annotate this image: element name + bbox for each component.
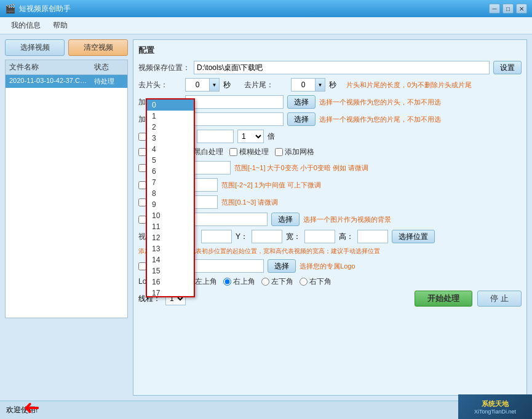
file-name-cell: 2020-11-03-10-42-37.CUT.00′... [6,75,90,88]
dropdown-item-11[interactable]: 11 [147,221,194,232]
logo-bottomright-text: 右下角 [309,276,332,287]
saturation-hint: 范围[0.1~3] 请微调 [221,198,278,207]
save-path-input[interactable] [194,61,490,74]
title-bar: 🎬 短视频原创助手 ─ □ ✕ [0,0,532,17]
file-list: 文件名称 状态 2020-11-03-10-42-37.CUT.00′... 待… [5,60,128,318]
dropdown-item-5[interactable]: 5 [147,155,194,166]
addgrid-checkbox[interactable] [275,148,283,156]
addbg-button[interactable]: 选择 [271,213,300,226]
menu-help[interactable]: 帮助 [47,18,74,33]
add-tail-button[interactable]: 选择 [287,112,316,126]
dropdown-item-12[interactable]: 12 [147,232,194,243]
y-label: Y： [236,232,248,242]
video-pos-x[interactable] [201,230,232,243]
cut-tail-label: 去片尾： [244,80,287,90]
window-controls: ─ □ ✕ [489,4,527,14]
add-head-button[interactable]: 选择 [287,95,316,109]
checkbox-row-1: 左右翻转 黑白处理 模糊处理 添加网格 [138,147,522,157]
add-head-hint: 选择一个视频作为您的片头，不加不用选 [319,98,441,107]
add-tail-row: 加片尾： 选择 选择一个视频作为您的片尾，不加不用选 [138,112,522,126]
logo-topleft-text: 左上角 [195,276,217,287]
file-status-cell: 待处理 [90,75,127,88]
dropdown-item-10[interactable]: 10 [147,210,194,221]
cut-head-label: 去片头： [138,80,181,90]
dropdown-item-13[interactable]: 13 [147,243,194,254]
bottom-bar: 欢迎使用! 系统天地 XiTongTianDi.net [0,401,532,419]
file-list-row[interactable]: 2020-11-03-10-42-37.CUT.00′... 待处理 [6,75,127,88]
video-pos-width[interactable] [304,230,335,243]
logo-topright-label[interactable]: 右上角 [223,276,255,287]
video-pos-y[interactable] [252,230,282,243]
col-status-header: 状态 [90,60,127,74]
dropdown-item-8[interactable]: 8 [147,188,194,199]
dropdown-item-17[interactable]: 17 [147,288,194,296]
menu-myinfo[interactable]: 我的信息 [5,18,47,33]
speed-select[interactable]: 11.52 [237,130,264,143]
cut-tail-input[interactable] [291,78,316,92]
video-pos-hint-row: 添加了背景：X和Y代表初步位置的起始位置，宽和高代表视频的宽高；建议手动选择位置 [138,247,522,256]
dropdown-item-1[interactable]: 1 [147,111,194,122]
logo-bottomright-label[interactable]: 右下角 [300,276,332,287]
watermark-title: 系统天地 [482,399,509,409]
stop-button[interactable]: 停 止 [477,291,522,307]
logo-hint: 选择您的专属Logo [300,262,355,271]
add-tail-hint: 选择一个视频作为您的片尾，不加不用选 [319,115,441,124]
contrast-hint: 范围[-2~2] 1为中间值 可上下微调 [221,181,321,190]
logo-bottomleft-text: 左下角 [271,276,293,287]
dropdown-item-15[interactable]: 15 [147,265,194,276]
blackwhite-label: 黑白处理 [194,147,223,157]
add-bg-row: 添加背景 选择 选择一个图片作为视频的背景 [138,213,522,226]
col-filename-header: 文件名称 [6,60,90,74]
addgrid-checkbox-label[interactable]: 添加网格 [275,147,314,157]
video-buttons: 选择视频 清空视频 [5,39,128,56]
dropdown-item-16[interactable]: 16 [147,276,194,288]
speed-input[interactable] [197,130,234,143]
saturation-row: 饱 和 范围[0.1~3] 请微调 [138,195,522,209]
logo-topright-radio[interactable] [223,278,231,286]
logo-bottomleft-radio[interactable] [261,278,269,286]
add-tail-input[interactable] [185,112,284,126]
config-title: 配置 [138,45,522,56]
dropdown-item-7[interactable]: 7 [147,177,194,188]
logo-pos-radio-group: 左上角 右上角 左下角 右下角 [185,276,332,287]
select-video-button[interactable]: 选择视频 [5,39,65,56]
dropdown-item-6[interactable]: 6 [147,166,194,177]
blur-checkbox[interactable] [229,148,237,156]
start-process-button[interactable]: 开始处理 [415,291,472,307]
dropdown-item-3[interactable]: 3 [147,133,194,144]
dropdown-item-4[interactable]: 4 [147,144,194,155]
add-logo-row: 加 Logo 选择 选择您的专属Logo [138,259,522,273]
logo-topright-text: 右上角 [233,276,255,287]
dropdown-item-14[interactable]: 14 [147,254,194,265]
logo-pos-row: Logo位置： 左上角 右上角 左下角 右下角 [138,276,522,287]
dropdown-item-9[interactable]: 9 [147,199,194,210]
video-pos-row: 视频位置 X： Y： 宽： 高： 选择位置 [138,230,522,243]
blur-checkbox-label[interactable]: 模糊处理 [229,147,269,157]
dropdown-scroll[interactable]: 0 1 2 3 4 5 6 7 8 9 10 11 12 13 14 15 16… [147,100,194,296]
cut-tail-unit: 秒 [329,80,336,90]
dropdown-item-0[interactable]: 0 [147,100,194,111]
logo-bottomleft-label[interactable]: 左下角 [261,276,293,287]
speed-row: 视频加速 11.52 倍 [138,130,522,143]
minimize-button[interactable]: ─ [489,4,500,14]
watermark-sub: XiTongTianDi.net [474,409,516,415]
cut-tail-dropdown-btn[interactable]: ▼ [316,78,325,92]
close-button[interactable]: ✕ [516,4,527,14]
height-label: 高： [339,232,354,242]
app-title: 短视频原创助手 [19,4,71,14]
dropdown-item-2[interactable]: 2 [147,122,194,133]
maximize-button[interactable]: □ [502,4,514,14]
left-panel: 选择视频 清空视频 文件名称 状态 2020-11-03-10-42-37.CU… [5,39,128,396]
select-pos-button[interactable]: 选择位置 [392,230,435,243]
file-list-header: 文件名称 状态 [6,60,127,75]
clear-video-button[interactable]: 清空视频 [68,39,128,56]
cut-head-input[interactable] [185,78,210,92]
video-pos-height[interactable] [357,230,388,243]
logo-bottomright-radio[interactable] [300,278,308,286]
save-path-button[interactable]: 设置 [493,61,522,74]
cut-head-dropdown-btn[interactable]: ▼ [210,78,220,92]
add-head-input[interactable] [185,95,284,109]
logo-button[interactable]: 选择 [268,259,296,273]
cut-head-dropdown[interactable]: 0 1 2 3 4 5 6 7 8 9 10 11 12 13 14 15 16… [146,98,195,297]
process-row: 线程： 1234 开始处理 停 止 [138,291,522,307]
